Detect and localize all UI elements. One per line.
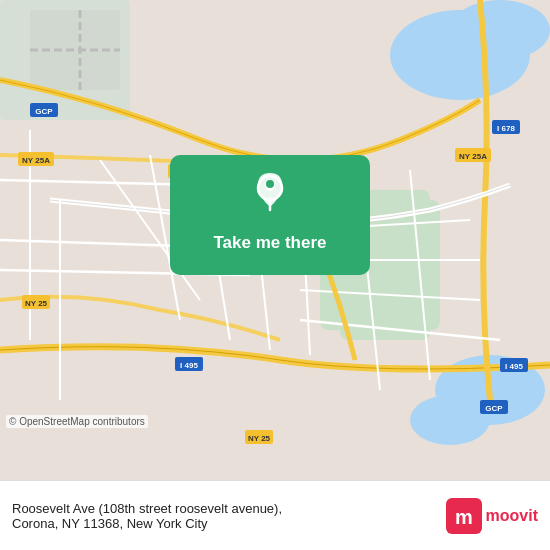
svg-text:GCP: GCP bbox=[485, 404, 503, 413]
footer: Roosevelt Ave (108th street roosevelt av… bbox=[0, 480, 550, 550]
svg-text:NY 25: NY 25 bbox=[248, 434, 271, 443]
svg-text:NY 25A: NY 25A bbox=[22, 156, 50, 165]
moovit-icon: m bbox=[446, 498, 482, 534]
svg-point-4 bbox=[410, 395, 490, 445]
svg-point-52 bbox=[266, 180, 274, 188]
svg-text:Take me there: Take me there bbox=[213, 233, 326, 252]
svg-text:I 678: I 678 bbox=[497, 124, 515, 133]
map-container: GCP GCP NY 25A NY 25 NY 2 I 495 I 495 I … bbox=[0, 0, 550, 480]
svg-text:NY 25: NY 25 bbox=[25, 299, 48, 308]
svg-text:NY 25A: NY 25A bbox=[459, 152, 487, 161]
map-svg: GCP GCP NY 25A NY 25 NY 2 I 495 I 495 I … bbox=[0, 0, 550, 480]
svg-text:GCP: GCP bbox=[35, 107, 53, 116]
svg-point-2 bbox=[450, 0, 550, 60]
address-line2: Corona, NY 11368, New York City bbox=[12, 516, 446, 531]
svg-text:I 495: I 495 bbox=[505, 362, 523, 371]
address-line1: Roosevelt Ave (108th street roosevelt av… bbox=[12, 501, 446, 516]
moovit-brand-text: moovit bbox=[486, 507, 538, 525]
moovit-logo: m moovit bbox=[446, 498, 538, 534]
svg-text:I 495: I 495 bbox=[180, 361, 198, 370]
address-info: Roosevelt Ave (108th street roosevelt av… bbox=[12, 501, 446, 531]
copyright-notice: © OpenStreetMap contributors bbox=[6, 415, 148, 428]
svg-text:m: m bbox=[455, 506, 473, 528]
